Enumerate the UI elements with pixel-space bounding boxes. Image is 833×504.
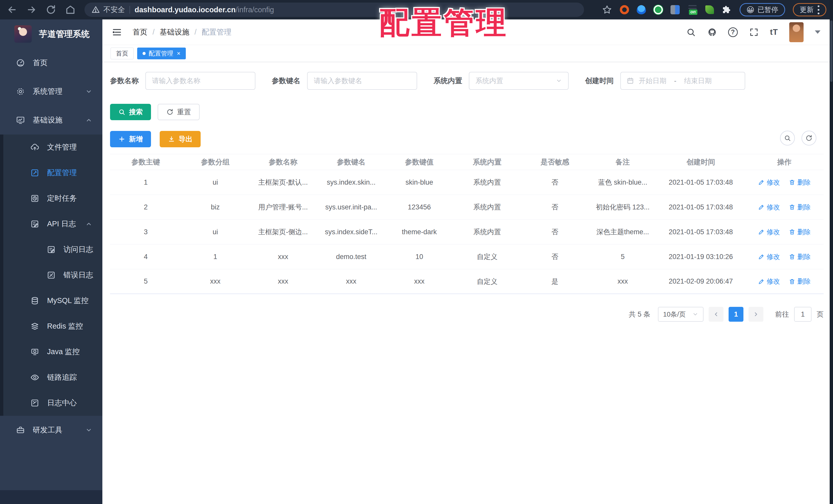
- leaf-extension-icon[interactable]: [705, 5, 714, 14]
- table-row: 3 ui 主框架页-侧边... sys.index.sideT... theme…: [110, 220, 824, 245]
- search-icon[interactable]: [686, 27, 696, 37]
- green-extension-icon[interactable]: [653, 5, 663, 14]
- gear-icon: [16, 87, 25, 96]
- browser-scrollbar[interactable]: [830, 0, 833, 504]
- devtools-icon: [16, 426, 25, 435]
- delete-link[interactable]: 删除: [789, 252, 811, 261]
- vpn-extension-icon[interactable]: on: [687, 5, 698, 15]
- paused-button[interactable]: 😀 已暂停: [740, 3, 785, 16]
- sidebar-item-log-center[interactable]: 日志中心: [0, 390, 102, 416]
- edit-link[interactable]: 修改: [758, 277, 780, 286]
- sidebar-item-infra[interactable]: 基础设施: [0, 106, 102, 134]
- reload-icon[interactable]: [46, 4, 56, 15]
- breadcrumb-home[interactable]: 首页: [133, 27, 147, 37]
- bookmark-star-icon[interactable]: [602, 5, 612, 15]
- help-icon[interactable]: [728, 27, 738, 37]
- grid-extension-icon[interactable]: [670, 5, 680, 14]
- app-title: 芋道管理系统: [39, 28, 90, 40]
- trash-icon: [789, 204, 795, 210]
- java-icon: [30, 347, 40, 356]
- sidebar-item-devtools[interactable]: 研发工具: [0, 416, 102, 445]
- tag-home[interactable]: 首页: [111, 48, 134, 59]
- browser-menu-icon[interactable]: [818, 5, 819, 14]
- filter-key-input[interactable]: [307, 72, 417, 90]
- app-logo-row: 芋道管理系统: [0, 20, 102, 49]
- sidebar-item-config-manage[interactable]: 配置管理: [0, 160, 102, 186]
- current-page-button[interactable]: 1: [729, 307, 743, 322]
- home-icon[interactable]: [65, 4, 76, 15]
- font-size-icon[interactable]: [770, 28, 778, 37]
- toggle-search-button[interactable]: [780, 131, 795, 146]
- user-avatar[interactable]: [789, 22, 804, 42]
- avatar-caret-icon[interactable]: [815, 30, 820, 34]
- download-icon: [168, 135, 175, 143]
- prev-page-button[interactable]: [709, 307, 723, 322]
- filter-name-input[interactable]: [145, 72, 255, 90]
- delete-link[interactable]: 删除: [789, 228, 811, 236]
- table-row: 2 biz 用户管理-账号... sys.user.init-pa... 123…: [110, 195, 824, 220]
- delete-link[interactable]: 删除: [789, 178, 811, 187]
- infra-icon: [16, 116, 25, 125]
- reset-button[interactable]: 重置: [158, 104, 199, 120]
- filter-form: 参数名称 参数键名 系统内置 系统内置 创建时间 开始日期 - 结束日期: [110, 72, 824, 90]
- filter-type-select[interactable]: 系统内置: [469, 72, 569, 90]
- goto-page-input[interactable]: [794, 307, 811, 322]
- mysql-icon: [30, 296, 40, 305]
- sidebar-item-file-manage[interactable]: 文件管理: [0, 134, 102, 160]
- sidebar-item-system[interactable]: 系统管理: [0, 77, 102, 106]
- address-bar[interactable]: 不安全 dashboard.yudao.iocoder.cn /infra/co…: [85, 3, 584, 17]
- edit-link[interactable]: 修改: [758, 203, 780, 212]
- breadcrumb: 首页 / 基础设施 / 配置管理: [133, 27, 231, 37]
- export-button[interactable]: 导出: [160, 131, 200, 147]
- trash-icon: [789, 179, 795, 186]
- sidebar-item-api-log[interactable]: API 日志: [0, 211, 102, 237]
- error-log-icon: [47, 271, 56, 280]
- sidebar-item-home[interactable]: 首页: [0, 49, 102, 77]
- update-button[interactable]: 更新: [793, 3, 826, 16]
- filter-type-label: 系统内置: [433, 76, 462, 86]
- sidebar-collapse-bar[interactable]: [0, 490, 102, 504]
- forward-icon[interactable]: [26, 4, 37, 15]
- breadcrumb-infra[interactable]: 基础设施: [160, 27, 189, 37]
- table-actions: 新增 导出: [110, 131, 824, 147]
- tag-close-icon[interactable]: [177, 50, 181, 56]
- sidebar-item-access-log[interactable]: 访问日志: [0, 237, 102, 262]
- orange-extension-icon[interactable]: [620, 5, 629, 14]
- security-warning-icon[interactable]: [92, 6, 100, 14]
- back-icon[interactable]: [7, 4, 17, 15]
- sidebar-item-mysql-monitor[interactable]: MySQL 监控: [0, 288, 102, 313]
- paused-label: 已暂停: [758, 5, 778, 14]
- github-icon[interactable]: [707, 27, 717, 37]
- edit-link[interactable]: 修改: [758, 178, 780, 187]
- delete-link[interactable]: 删除: [789, 203, 811, 212]
- sidebar-item-java-monitor[interactable]: Java 监控: [0, 339, 102, 364]
- edit-link[interactable]: 修改: [758, 228, 780, 236]
- next-page-button[interactable]: [748, 307, 763, 322]
- refresh-table-button[interactable]: [802, 131, 816, 146]
- edit-link[interactable]: 修改: [758, 252, 780, 261]
- scrollbar-thumb[interactable]: [830, 21, 832, 82]
- add-button[interactable]: 新增: [110, 131, 151, 147]
- sidebar-item-job[interactable]: 定时任务: [0, 186, 102, 211]
- refresh-icon: [805, 134, 812, 142]
- sidebar-item-redis-monitor[interactable]: Redis 监控: [0, 313, 102, 339]
- search-button[interactable]: 搜索: [110, 104, 151, 120]
- filter-daterange-picker[interactable]: 开始日期 - 结束日期: [620, 72, 745, 90]
- sidebar-item-error-log[interactable]: 错误日志: [0, 262, 102, 288]
- sidebar-item-trace[interactable]: 链路追踪: [0, 364, 102, 390]
- page-size-select[interactable]: 10条/页: [658, 307, 704, 322]
- dashboard-icon: [16, 58, 25, 68]
- fullscreen-icon[interactable]: [749, 27, 759, 37]
- edit-pencil-icon: [758, 179, 765, 186]
- puzzle-extensions-icon[interactable]: [722, 5, 732, 15]
- sidebar: 芋道管理系统 首页 系统管理 基础设施 文件管理 配置管理 定时任务 API 日…: [0, 20, 102, 504]
- chevron-down-icon: [86, 88, 92, 95]
- pin-extension-icon[interactable]: [637, 5, 646, 14]
- edit-pencil-icon: [758, 204, 765, 210]
- tag-config-manage[interactable]: 配置管理: [137, 48, 186, 59]
- hamburger-menu-icon[interactable]: [112, 27, 122, 37]
- smiley-extension-icon: 😀: [746, 5, 755, 14]
- delete-link[interactable]: 删除: [789, 277, 811, 286]
- header-actions: [686, 22, 820, 42]
- active-tag-dot: [143, 52, 146, 55]
